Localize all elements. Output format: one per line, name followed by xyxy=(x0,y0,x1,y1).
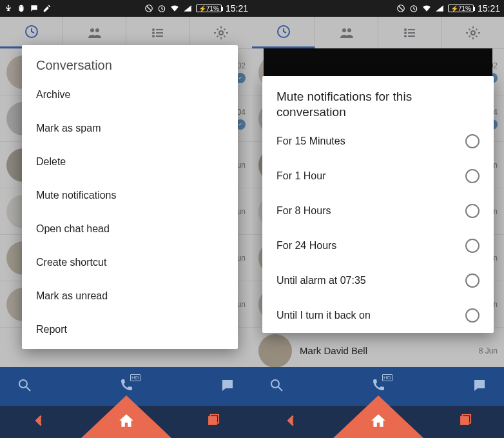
action-bar: HD xyxy=(0,367,252,406)
svg-point-13 xyxy=(19,380,27,388)
mute-option-until-back-on[interactable]: Until I turn it back on xyxy=(262,298,494,333)
svg-line-14 xyxy=(26,387,30,391)
status-bar: ⚡71% 15:21 xyxy=(252,0,504,17)
recents-button[interactable] xyxy=(206,413,220,430)
dnd-icon xyxy=(144,4,153,13)
home-button[interactable] xyxy=(118,412,135,432)
battery-indicator: ⚡71% xyxy=(448,5,474,12)
call-icon[interactable]: HD xyxy=(119,377,134,395)
message-icon xyxy=(30,4,39,13)
left-screenshot: ⚡71% 15:21 15:02 04 un un un un Conversa… xyxy=(0,0,252,438)
menu-item-delete[interactable]: Delete xyxy=(22,145,238,179)
mute-option-1hour[interactable]: For 1 Hour xyxy=(262,159,494,194)
mute-notifications-dialog: Mute notifications for this conversation… xyxy=(262,76,494,333)
adb-icon xyxy=(17,4,26,13)
dialog-title: Mute notifications for this conversation xyxy=(262,79,494,124)
edit-icon xyxy=(43,4,52,13)
svg-line-31 xyxy=(278,387,282,391)
wifi-icon xyxy=(422,4,431,13)
radio-icon xyxy=(465,204,480,218)
status-bar: ⚡71% 15:21 xyxy=(0,0,252,17)
svg-point-30 xyxy=(271,380,279,388)
radio-icon xyxy=(465,169,480,183)
menu-item-open-chat-head[interactable]: Open chat head xyxy=(22,212,238,246)
recents-button[interactable] xyxy=(458,413,472,430)
compose-icon[interactable] xyxy=(220,377,235,395)
dialog-title: Conversation xyxy=(22,52,238,78)
radio-icon xyxy=(465,274,480,288)
mute-option-15min[interactable]: For 15 Minutes xyxy=(262,124,494,159)
alarm-icon xyxy=(157,4,166,13)
option-label: For 8 Hours xyxy=(276,205,331,217)
back-button[interactable] xyxy=(32,413,46,430)
wifi-icon xyxy=(170,4,179,13)
radio-icon xyxy=(465,239,480,253)
signal-icon xyxy=(183,4,192,13)
back-button[interactable] xyxy=(284,413,298,430)
menu-item-mark-unread[interactable]: Mark as unread xyxy=(22,279,238,313)
dnd-icon xyxy=(396,4,405,13)
action-bar: HD xyxy=(252,367,504,406)
option-label: For 15 Minutes xyxy=(276,135,345,147)
alarm-icon xyxy=(409,4,418,13)
clock-text: 15:21 xyxy=(478,3,500,14)
menu-item-report[interactable]: Report xyxy=(22,313,238,346)
radio-icon xyxy=(465,134,480,148)
menu-item-mute[interactable]: Mute notifications xyxy=(22,179,238,212)
compose-icon[interactable] xyxy=(472,377,487,395)
mute-option-8hours[interactable]: For 8 Hours xyxy=(262,194,494,228)
right-screenshot: ⚡71% 15:21 15:02 04 un un un un Mark Dav… xyxy=(252,0,504,438)
svg-line-1 xyxy=(146,6,151,11)
clock-text: 15:21 xyxy=(226,3,248,14)
option-label: Until I turn it back on xyxy=(276,310,371,321)
menu-item-create-shortcut[interactable]: Create shortcut xyxy=(22,246,238,279)
battery-text: 71% xyxy=(206,5,219,12)
radio-icon xyxy=(465,308,480,323)
usb-icon xyxy=(4,4,13,13)
battery-indicator: ⚡71% xyxy=(196,5,222,12)
option-label: For 24 Hours xyxy=(276,240,336,252)
option-label: Until alarm at 07:35 xyxy=(276,275,366,286)
conversation-context-menu: Conversation Archive Mark as spam Delete… xyxy=(22,45,238,349)
home-button[interactable] xyxy=(370,412,387,432)
search-icon[interactable] xyxy=(17,377,32,395)
battery-text: 71% xyxy=(458,5,471,12)
signal-icon xyxy=(435,4,444,13)
mute-option-24hours[interactable]: For 24 Hours xyxy=(262,228,494,263)
svg-line-18 xyxy=(398,6,403,11)
option-label: For 1 Hour xyxy=(276,170,325,182)
search-icon[interactable] xyxy=(269,377,284,395)
menu-item-mark-spam[interactable]: Mark as spam xyxy=(22,112,238,145)
mute-option-until-alarm[interactable]: Until alarm at 07:35 xyxy=(262,263,494,298)
call-icon[interactable]: HD xyxy=(371,377,386,395)
menu-item-archive[interactable]: Archive xyxy=(22,78,238,112)
